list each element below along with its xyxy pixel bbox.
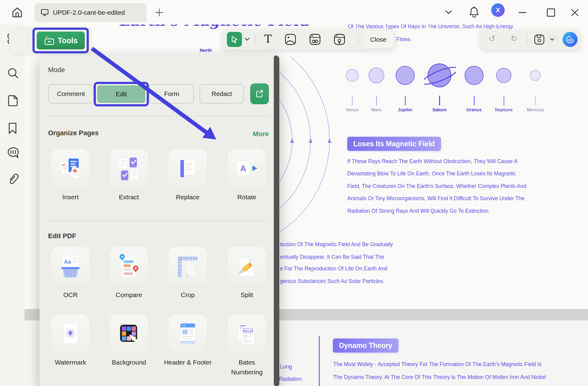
panel-scrollbar[interactable] [274, 55, 279, 386]
divider [48, 220, 270, 221]
planet-label: Neptune [485, 107, 522, 112]
tool-crop[interactable]: Crop [163, 247, 212, 300]
tool-label: OCR [46, 290, 95, 300]
open-in-new-button[interactable] [250, 83, 269, 104]
mode-section-label: Mode [48, 66, 65, 74]
mode-redact-button[interactable]: Redact [200, 84, 244, 103]
tool-replace[interactable]: Replace [163, 149, 212, 202]
mode-comment-button[interactable]: Comment [48, 84, 93, 103]
attachment-icon[interactable] [7, 172, 20, 186]
tool-insert[interactable]: Insert [46, 149, 95, 202]
notification-bell-icon[interactable] [469, 6, 480, 18]
more-link[interactable]: More [253, 130, 269, 138]
page-location-tool-button[interactable] [334, 33, 346, 46]
background-icon [110, 315, 148, 353]
tool-label: Background [104, 357, 153, 367]
comment-icon[interactable] [7, 147, 20, 159]
tool-label: Extract [104, 192, 153, 202]
clipped-line: entually Disappear. It Can Be Said That … [280, 254, 384, 260]
edit-pdf-heading: Edit PDF [48, 232, 76, 240]
tool-label: Split [222, 290, 271, 300]
tools-box-icon [44, 36, 55, 45]
document-tab[interactable]: UPDF-2.0-cant-be-edited [35, 3, 146, 22]
paragraph-line: Devastating Blow To Life On Earth. Once … [347, 170, 526, 183]
page2-divider-line [319, 336, 320, 386]
tool-background[interactable]: Background [104, 315, 153, 367]
saturn-ring-icon [424, 60, 456, 92]
rotate-icon: A [228, 149, 266, 188]
tool-watermark[interactable]: Watermark [46, 315, 95, 367]
svg-text:A: A [240, 164, 246, 173]
header-footer-icon [168, 315, 207, 353]
chevron-down-icon[interactable] [550, 38, 555, 41]
new-tab-icon[interactable] [155, 8, 164, 17]
select-tool-button[interactable] [227, 32, 242, 47]
mode-form-button[interactable]: Form [149, 84, 194, 103]
tick [503, 96, 504, 105]
paragraph-line: Field, The Creatures On The Earth's Surf… [347, 183, 526, 195]
tool-extract[interactable]: Extract [104, 149, 153, 202]
mode-edit-button[interactable]: Edit [97, 86, 145, 103]
text-tool-button[interactable]: T [264, 33, 272, 44]
ai-assistant-button[interactable] [563, 32, 578, 47]
monitor-icon [41, 9, 49, 16]
crop-icon [168, 247, 207, 286]
save-icon[interactable] [533, 34, 545, 45]
watermark-icon [51, 315, 90, 353]
bates-numbering-icon: 000123 [228, 315, 266, 353]
chevron-down-icon[interactable] [244, 37, 250, 41]
planet-label: Saturn [421, 107, 458, 112]
maximize-icon[interactable] [546, 8, 556, 17]
tool-split[interactable]: Split [222, 247, 271, 300]
magnetic-field-arcs [270, 57, 343, 238]
cursor-icon [231, 36, 239, 44]
link-tool-button[interactable] [309, 33, 321, 46]
chevron-down-icon[interactable] [445, 10, 453, 15]
tool-header-footer[interactable]: Header & Footer [163, 315, 212, 367]
planet-mercury [530, 70, 541, 81]
paragraph-line: The Most Widely - Accepted Theory For Th… [333, 361, 546, 374]
user-avatar[interactable]: X [491, 3, 505, 17]
tool-rotate[interactable]: A Rotate [222, 149, 271, 202]
loses-magnetic-field-badge: Loses Its Magnetic Field [347, 137, 441, 151]
bates-number-text: 000123 [243, 329, 253, 332]
tool-label: Crop [163, 290, 212, 300]
tick [376, 96, 377, 105]
svg-text:Aa: Aa [64, 259, 71, 265]
home-icon[interactable] [11, 6, 23, 18]
page2-paragraph: The Most Widely - Accepted Theory For Th… [333, 361, 546, 386]
bookmark-icon[interactable] [7, 122, 18, 135]
pages-thumbnail-icon[interactable] [7, 94, 19, 107]
export-icon [255, 89, 265, 99]
history-save-toolbar: ↺ ↻ [480, 29, 580, 50]
app-window: Earth's Magnetic Field North Of The Vari… [0, 0, 588, 386]
paragraph-line: Radiation Of Strong Rays And Will Quickl… [347, 208, 526, 220]
tool-bates-numbering[interactable]: 000123 Bates Numbering [222, 315, 271, 377]
dynamo-theory-badge: Dynamo Theory [333, 338, 398, 353]
clipped-line: Radiation [279, 376, 302, 382]
planet-jupiter [396, 66, 415, 85]
undo-icon[interactable]: ↺ [488, 34, 496, 43]
divider [254, 34, 255, 45]
doc-paragraph: If These Rays Reach The Earth Without Ob… [347, 158, 526, 220]
redo-icon[interactable]: ↻ [511, 34, 518, 43]
tick [352, 96, 353, 105]
tool-compare[interactable]: Compare [104, 247, 153, 300]
tick [535, 96, 536, 105]
search-icon[interactable] [7, 67, 19, 80]
tick [474, 96, 475, 105]
tool-ocr[interactable]: Aa OCR [46, 247, 95, 300]
tool-label: Header & Footer [163, 357, 212, 367]
planet-uranus [465, 66, 484, 85]
image-tool-button[interactable] [285, 33, 297, 46]
tick [439, 96, 440, 105]
tool-label: Insert [46, 192, 95, 202]
minimize-icon[interactable] [518, 12, 527, 13]
tools-button[interactable]: Tools [37, 32, 85, 49]
close-window-icon[interactable] [570, 8, 579, 17]
planet-label: Mercury [517, 107, 554, 112]
close-button[interactable]: Close [363, 31, 393, 48]
tool-label: Compare [104, 290, 153, 300]
split-icon [228, 247, 266, 286]
tool-label: Rotate [222, 192, 271, 202]
